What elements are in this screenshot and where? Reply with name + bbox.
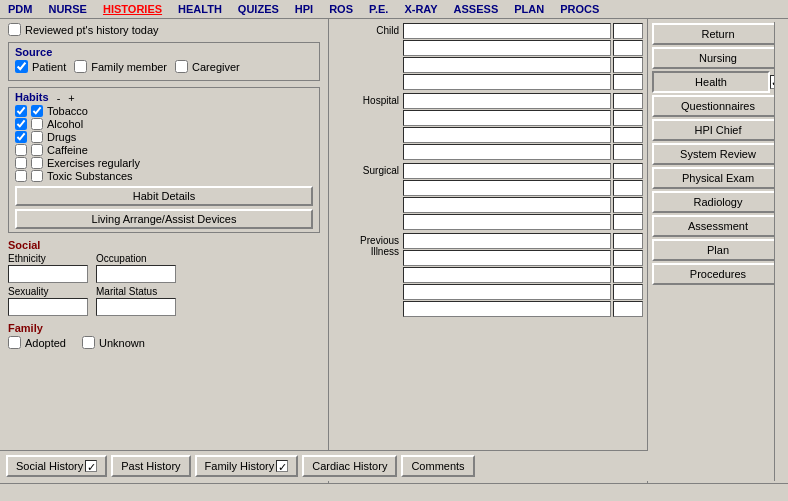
occupation-input[interactable] — [96, 265, 176, 283]
prev-input-2[interactable] — [403, 250, 611, 266]
menu-health[interactable]: HEALTH — [174, 2, 226, 16]
hospital-input-3b[interactable] — [613, 127, 643, 143]
tobacco-label: Tobacco — [47, 105, 88, 117]
toxic-inner-checkbox[interactable] — [31, 170, 43, 182]
alcohol-label: Alcohol — [47, 118, 83, 130]
surgical-input-4b[interactable] — [613, 214, 643, 230]
drugs-inner-checkbox[interactable] — [31, 131, 43, 143]
questionnaires-button[interactable]: Questionnaires — [652, 95, 784, 117]
prev-input-2b[interactable] — [613, 250, 643, 266]
child-input-3b[interactable] — [613, 57, 643, 73]
prev-input-4b[interactable] — [613, 284, 643, 300]
physical-exam-button[interactable]: Physical Exam — [652, 167, 784, 189]
surgical-input-3[interactable] — [403, 197, 611, 213]
hospital-input-4[interactable] — [403, 144, 611, 160]
assessment-button[interactable]: Assessment — [652, 215, 784, 237]
return-button[interactable]: Return — [652, 23, 784, 45]
child-input-2[interactable] — [403, 40, 611, 56]
menu-hpi[interactable]: HPI — [291, 2, 317, 16]
caffeine-outer-checkbox[interactable] — [15, 144, 27, 156]
exercises-outer-checkbox[interactable] — [15, 157, 27, 169]
drugs-outer-checkbox[interactable] — [15, 131, 27, 143]
unknown-checkbox[interactable] — [82, 336, 95, 349]
surgical-input-1b[interactable] — [613, 163, 643, 179]
hospital-input-2b[interactable] — [613, 110, 643, 126]
child-input-4[interactable] — [403, 74, 611, 90]
patient-checkbox[interactable] — [15, 60, 28, 73]
caregiver-checkbox[interactable] — [175, 60, 188, 73]
menu-bar: PDM NURSE HISTORIES HEALTH QUIZES HPI RO… — [0, 0, 788, 19]
surgical-input-4[interactable] — [403, 214, 611, 230]
hospital-label: Hospital — [333, 93, 403, 160]
prev-input-4[interactable] — [403, 284, 611, 300]
surgical-input-1[interactable] — [403, 163, 611, 179]
child-input-3[interactable] — [403, 57, 611, 73]
child-input-2b[interactable] — [613, 40, 643, 56]
exercises-inner-checkbox[interactable] — [31, 157, 43, 169]
marital-input[interactable] — [96, 298, 176, 316]
child-input-4b[interactable] — [613, 74, 643, 90]
prev-input-5b[interactable] — [613, 301, 643, 317]
menu-plan[interactable]: PLAN — [510, 2, 548, 16]
surgical-input-2[interactable] — [403, 180, 611, 196]
menu-procs[interactable]: PROCS — [556, 2, 603, 16]
prev-input-1[interactable] — [403, 233, 611, 249]
child-input-1b[interactable] — [613, 23, 643, 39]
hospital-input-4b[interactable] — [613, 144, 643, 160]
social-history-checkbox[interactable]: ✓ — [85, 460, 97, 472]
family-title: Family — [8, 322, 320, 334]
alcohol-outer-checkbox[interactable] — [15, 118, 27, 130]
reviewed-checkbox[interactable] — [8, 23, 21, 36]
past-history-button[interactable]: Past History — [111, 455, 190, 477]
bottom-nav: Social History ✓ Past History Family His… — [0, 450, 648, 481]
menu-ros[interactable]: ROS — [325, 2, 357, 16]
habits-minus[interactable]: - — [57, 92, 61, 104]
system-review-button[interactable]: System Review — [652, 143, 784, 165]
scrollbar-bottom[interactable] — [0, 483, 788, 501]
cardiac-history-button[interactable]: Cardiac History — [302, 455, 397, 477]
adopted-checkbox[interactable] — [8, 336, 21, 349]
prev-input-1b[interactable] — [613, 233, 643, 249]
menu-quizes[interactable]: QUIZES — [234, 2, 283, 16]
habit-details-button[interactable]: Habit Details — [15, 186, 313, 206]
nursing-button[interactable]: Nursing — [652, 47, 784, 69]
sexuality-input[interactable] — [8, 298, 88, 316]
family-member-checkbox[interactable] — [74, 60, 87, 73]
surgical-input-3b[interactable] — [613, 197, 643, 213]
family-history-checkbox[interactable]: ✓ — [276, 460, 288, 472]
plan-button[interactable]: Plan — [652, 239, 784, 261]
menu-pe[interactable]: P.E. — [365, 2, 392, 16]
hospital-input-1b[interactable] — [613, 93, 643, 109]
child-input-1[interactable] — [403, 23, 611, 39]
prev-input-3b[interactable] — [613, 267, 643, 283]
menu-nurse[interactable]: NURSE — [44, 2, 91, 16]
social-history-button[interactable]: Social History ✓ — [6, 455, 107, 477]
habits-plus[interactable]: + — [68, 92, 74, 104]
family-history-button[interactable]: Family History ✓ — [195, 455, 299, 477]
prev-input-5[interactable] — [403, 301, 611, 317]
hpi-chief-button[interactable]: HPI Chief — [652, 119, 784, 141]
main-content: Reviewed pt's history today Source Patie… — [0, 19, 788, 498]
comments-button[interactable]: Comments — [401, 455, 474, 477]
tobacco-outer-checkbox[interactable] — [15, 105, 27, 117]
hospital-input-2[interactable] — [403, 110, 611, 126]
tobacco-inner-checkbox[interactable] — [31, 105, 43, 117]
habits-group: Habits - + Tobacco Alcohol Drugs — [8, 87, 320, 233]
menu-pdm[interactable]: PDM — [4, 2, 36, 16]
prev-input-3[interactable] — [403, 267, 611, 283]
toxic-outer-checkbox[interactable] — [15, 170, 27, 182]
radiology-button[interactable]: Radiology — [652, 191, 784, 213]
hospital-input-3[interactable] — [403, 127, 611, 143]
ethnicity-input[interactable] — [8, 265, 88, 283]
menu-histories[interactable]: HISTORIES — [99, 2, 166, 16]
caffeine-inner-checkbox[interactable] — [31, 144, 43, 156]
menu-xray[interactable]: X-RAY — [400, 2, 441, 16]
alcohol-inner-checkbox[interactable] — [31, 118, 43, 130]
health-button[interactable]: Health — [652, 71, 770, 93]
procedures-button[interactable]: Procedures — [652, 263, 784, 285]
surgical-input-2b[interactable] — [613, 180, 643, 196]
living-arrange-button[interactable]: Living Arrange/Assist Devices — [15, 209, 313, 229]
hospital-input-1[interactable] — [403, 93, 611, 109]
menu-assess[interactable]: ASSESS — [450, 2, 503, 16]
scrollbar-right[interactable] — [774, 22, 788, 481]
